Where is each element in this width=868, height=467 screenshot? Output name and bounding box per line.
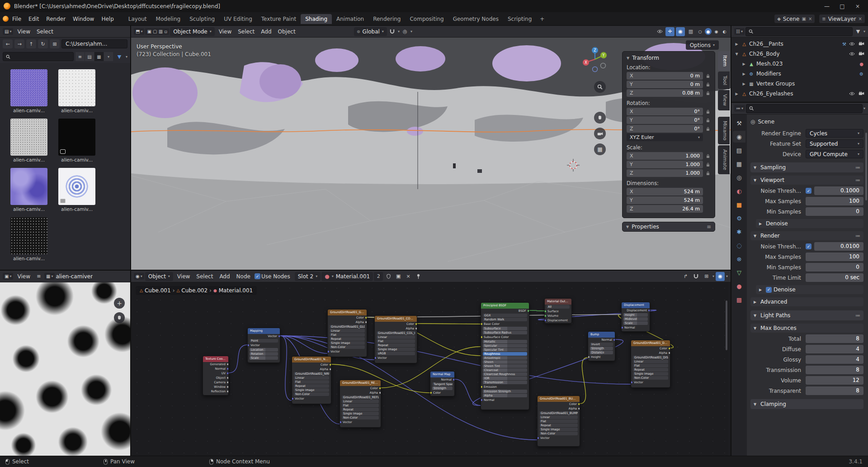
node-row-flat[interactable]: Flat	[294, 380, 329, 384]
node-title[interactable]: Material Output	[545, 299, 571, 305]
node-row-color[interactable]: Color	[430, 391, 454, 395]
node-imgtex-disp[interactable]: GroundDirtRoad01_DISP_8k.jpgColorAlphaGr…	[631, 340, 670, 388]
node-row-srgb[interactable]: sRGB	[377, 352, 415, 355]
workspace-tab[interactable]: Geometry Nodes	[448, 14, 503, 24]
properties-scrollbar[interactable]	[865, 133, 867, 200]
display-mode-detail-icon[interactable]: ▤	[85, 52, 94, 61]
node-row-emission-strength[interactable]: Emission Strength	[483, 390, 527, 393]
workspace-tab[interactable]: Rendering	[368, 14, 405, 24]
node-row-normal[interactable]: Normal	[430, 377, 454, 382]
node-row-alpha[interactable]: Alpha	[328, 320, 367, 324]
file-thumbnail[interactable]: alien-camiv...	[55, 119, 99, 162]
node-row-single-image[interactable]: Single Image	[342, 412, 379, 415]
node-normal-map[interactable]: Normal MapNormalTangent SpaceStrengthCol…	[430, 371, 455, 396]
outliner-item-label[interactable]: Modifiers	[756, 71, 781, 77]
node-row-non-color[interactable]: Non-Color	[342, 416, 379, 419]
overlays-toggle-icon[interactable]: ◉	[716, 272, 725, 281]
node-row-repeat[interactable]: Repeat	[633, 368, 668, 372]
sidebar-tab[interactable]: Mixamo	[718, 117, 730, 144]
node-texture-coordinate[interactable]: Texture CoordinateGeneratedNormalUVObjec…	[203, 356, 229, 396]
node-row-grounddirtroad01-refl-8k-jpg[interactable]: GroundDirtRoad01_REFL_8k.jpg	[342, 396, 379, 399]
pan-hand-button[interactable]	[114, 312, 125, 323]
node-row-height[interactable]: Height	[623, 313, 648, 317]
menu-item[interactable]: View	[216, 27, 235, 36]
editor-type-file-browser-icon[interactable]: ▤▾	[3, 28, 13, 35]
path-input[interactable]	[65, 40, 124, 48]
node-row-non-color[interactable]: Non-Color	[539, 432, 578, 435]
app-menu-icon[interactable]	[3, 16, 9, 22]
node-row-color[interactable]: Color	[375, 322, 417, 326]
rotation-mode-dropdown[interactable]: XYZ Euler▾	[627, 133, 703, 141]
node-row-flat[interactable]: Flat	[539, 419, 578, 423]
rotation-field[interactable]: X 0°	[627, 108, 703, 115]
node-row-base-color[interactable]: Base Color	[481, 322, 529, 326]
panel-menu-icon[interactable]: ≔	[855, 313, 860, 319]
node-title[interactable]: GroundDirtRoad01_BUMP_8k.jpg	[538, 396, 580, 402]
file-thumbnail[interactable]: alien-camiv...	[55, 168, 99, 212]
fake-user-shield-icon[interactable]	[384, 272, 393, 281]
filter-icon[interactable]: ▼	[115, 52, 124, 61]
node-row-ggx[interactable]: GGX	[483, 314, 527, 317]
properties-filter-dropdown[interactable]: ▾	[863, 106, 865, 110]
outliner-row-ch26-body[interactable]: ▼△Ch26_Body	[731, 49, 868, 59]
node-title[interactable]: Mapping	[248, 328, 280, 334]
node-row-height[interactable]: Height	[588, 355, 615, 359]
sidebar-tab[interactable]: Animate	[718, 145, 730, 174]
node-row-grounddirtroad01-bump-8k-jpg[interactable]: GroundDirtRoad01_BUMP_8k.jpg	[539, 411, 578, 415]
max-samples-field[interactable]: 100	[806, 197, 863, 205]
rotation-field[interactable]: Y 0°	[627, 116, 703, 124]
copy-scene-icon[interactable]: ▣	[802, 16, 806, 21]
workspace-tab[interactable]: Shading	[301, 14, 332, 24]
panel-header-max-bounces[interactable]: ▼Max Bounces	[750, 324, 863, 333]
menu-item[interactable]: Select	[33, 27, 57, 36]
node-row-color[interactable]: Color	[631, 346, 670, 351]
node-row-anisotropic[interactable]: Anisotropic	[483, 356, 527, 360]
node-row-subsurface-radius[interactable]: Subsurface Radius	[483, 331, 527, 334]
node-row-alpha[interactable]: Alpha	[292, 367, 331, 372]
proportional-dropdown[interactable]: ▾	[410, 29, 412, 33]
properties-collapsed-panel[interactable]: ▼ Properties ≡	[622, 222, 715, 232]
node-row-linear[interactable]: Linear	[377, 335, 415, 339]
node-row-surface[interactable]: Surface	[545, 309, 571, 314]
image-datablock-icon[interactable]: ▦▾	[44, 273, 55, 280]
thumbnail-image[interactable]	[10, 119, 47, 156]
node-row-vector[interactable]: Vector	[538, 436, 580, 440]
node-imgtex-col[interactable]: GroundDirtRoad01_COL_8k.jpgColorAlphaGro…	[374, 315, 417, 363]
menu-item[interactable]: Select	[235, 27, 258, 36]
node-row-specular-tint[interactable]: Specular Tint	[483, 348, 527, 352]
outliner-search-input[interactable]	[755, 28, 849, 35]
node-row-non-color[interactable]: Non-Color	[633, 376, 668, 380]
node-row-distance[interactable]: Distance	[590, 351, 613, 354]
refresh-button[interactable]: ↻	[38, 39, 48, 48]
checkbox[interactable]: ✓	[806, 243, 811, 249]
node-mapping[interactable]: MappingVectorPointVectorLocationRotation…	[247, 328, 280, 363]
menu-item[interactable]: File	[9, 14, 25, 24]
node-row-object[interactable]: Object	[203, 376, 228, 380]
node-row-non-color[interactable]: Non-Color	[294, 392, 329, 396]
viewport-canvas[interactable]: User Perspective (723) Collection | Cube…	[131, 38, 731, 270]
node-title[interactable]: Principled BSDF	[481, 303, 529, 309]
panel-header-denoise[interactable]: ▶Denoise	[756, 219, 863, 228]
node-row-single-image[interactable]: Single Image	[294, 388, 329, 392]
feature-set-dropdown[interactable]: Supported▾	[806, 139, 863, 148]
disclosure-icon[interactable]: ▶	[734, 42, 739, 46]
node-row-flat[interactable]: Flat	[330, 333, 365, 337]
menu-item[interactable]: Window	[69, 14, 98, 24]
node-displacement[interactable]: DisplacementDisplacementHeightMidlevelSc…	[621, 302, 650, 332]
close-button[interactable]: ×	[851, 1, 864, 11]
material-users-count[interactable]: 2	[374, 272, 383, 281]
node-row-scale[interactable]: Scale	[250, 356, 278, 360]
minimize-button[interactable]: —	[820, 1, 834, 11]
lock-icon[interactable]	[705, 162, 711, 167]
breadcrumb-item[interactable]: Material.001	[213, 287, 253, 294]
mode-icons-cluster[interactable]: ▣ ▢ ▥ ▫	[145, 28, 169, 35]
unlink-material-icon[interactable]: ×	[404, 272, 413, 281]
workspace-tab[interactable]: Animation	[332, 14, 368, 24]
node-imgtex-nrm[interactable]: GroundDirtRoad01_NRM_8k.jpgColorAlphaGro…	[292, 356, 331, 404]
display-mode-list-icon[interactable]: ≡	[75, 52, 85, 61]
sidebar-tab[interactable]: View	[718, 90, 730, 110]
node-row-single-image[interactable]: Single Image	[633, 372, 668, 376]
thumbnail-image[interactable]	[58, 119, 95, 156]
xray-toggle-icon[interactable]: ▥	[686, 27, 695, 36]
path-field[interactable]	[61, 39, 127, 48]
